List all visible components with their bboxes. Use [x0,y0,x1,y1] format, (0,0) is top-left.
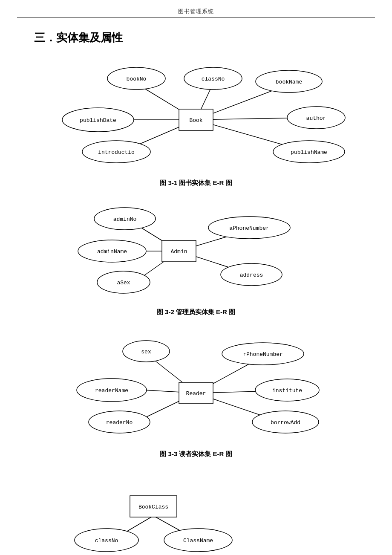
address-label: address [240,272,263,278]
readerno-label: readerNo [106,419,133,426]
diagram2-caption: 图 3-2 管理员实体集 E-R 图 [34,308,358,316]
diagram-book: Book bookNo classNo bookName author publ… [34,58,358,175]
section-title: 三．实体集及属性 [34,30,358,45]
aphonenum-label: aPhoneNumber [229,225,269,231]
header-title: 图书管理系统 [178,8,214,14]
classno-label: classNo [202,76,225,82]
bookclass-label: BookClass [138,504,168,510]
rphonenum-label: rPhoneNumber [243,351,283,358]
classname-label: ClassName [183,538,213,544]
sex-label: sex [141,349,151,355]
author-label: author [306,115,326,121]
admname-label: adminName [97,249,127,255]
admno-label: adminNo [113,216,137,223]
publishdate-label: publishDate [80,117,116,124]
publishname-label: publishName [291,149,327,156]
page-content: 三．实体集及属性 Book bookNo [0,17,392,555]
diagram-reader: Reader sex rPhoneNumber readerName reade… [34,329,358,446]
diagram-bookclass-svg: BookClass classNo ClassName [34,471,273,555]
diagram-admin-svg: Admin adminNo adminName aSex aPhoneNumbe… [34,200,324,302]
diagram-reader-svg: Reader sex rPhoneNumber readerName reade… [34,329,341,444]
readername-label: readerName [95,387,128,394]
diagram-admin: Admin adminNo adminName aSex aPhoneNumbe… [34,200,358,304]
admin-label: Admin [170,249,187,255]
diagram1-caption: 图 3-1 图书实体集 E-R 图 [34,179,358,187]
institute-label: institute [272,387,302,394]
diagram3-caption: 图 3-3 读者实体集 E-R 图 [34,450,358,458]
page-header: 图书管理系统 [0,0,392,17]
introductio-label: introductio [98,149,135,156]
borrowadd-label: borrowAdd [271,419,300,426]
bookname-label: bookName [276,79,302,85]
diagram-bookclass: BookClass classNo ClassName [34,471,358,555]
asex-label: aSex [117,280,130,286]
reader-label: Reader [186,390,206,397]
diagram-book-svg: Book bookNo classNo bookName author publ… [34,58,358,173]
bookno-label: bookNo [127,76,147,82]
book-label: Book [189,117,202,124]
classno2-label: classNo [95,538,118,544]
